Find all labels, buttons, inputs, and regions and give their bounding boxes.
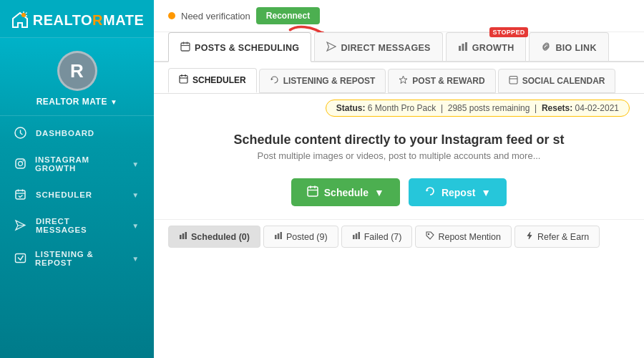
stopped-badge: Stopped [489, 27, 529, 37]
svg-rect-25 [465, 42, 467, 51]
social-calendar-icon [509, 75, 518, 87]
lightning-icon [525, 231, 534, 242]
chevron-right-icon2: ▼ [132, 191, 140, 199]
calendar-sub-icon [179, 74, 188, 86]
user-name-button[interactable]: REALTOR MATE ▼ [36, 97, 118, 107]
svg-rect-45 [353, 235, 355, 239]
main-content: Need verification Reconnect POSTS & SCHE… [154, 0, 644, 358]
svg-rect-46 [355, 233, 357, 239]
hero-subtitle: Post multiple images or videos, post to … [168, 150, 630, 161]
logo-icon [10, 10, 30, 30]
sub-tabs: SCHEDULER LISTENING & REPOST POST & REWA… [154, 68, 644, 94]
sidebar-item-scheduler[interactable]: SCHEDULER ▼ [0, 180, 154, 209]
status-label: Status: [336, 103, 366, 113]
chevron-down-icon: ▼ [110, 98, 117, 106]
paper-plane-icon-tab [326, 42, 336, 54]
svg-marker-22 [327, 42, 336, 51]
share-icon [14, 252, 26, 265]
svg-rect-10 [16, 190, 25, 199]
calendar-btn-icon [307, 185, 318, 199]
hero-area: Schedule content directly to your Instag… [154, 120, 644, 168]
svg-point-8 [19, 162, 23, 166]
notif-dot [168, 12, 175, 19]
tab-posts-scheduling-label: POSTS & SCHEDULING [195, 43, 299, 53]
sidebar-label-scheduler: SCHEDULER [36, 190, 92, 199]
link-icon-tab [541, 42, 551, 54]
filter-tab-failed[interactable]: Failed (7) [341, 226, 413, 248]
svg-rect-43 [278, 233, 280, 239]
svg-line-6 [21, 133, 23, 135]
svg-point-48 [428, 233, 429, 235]
status-posts: 2985 posts remaining [448, 103, 530, 113]
instagram-icon [14, 158, 26, 170]
sub-tab-social-calendar[interactable]: SOCIAL CALENDAR [498, 69, 616, 93]
filter-posted-label: Posted (9) [286, 232, 328, 242]
avatar: R [57, 51, 97, 91]
filter-tabs: Scheduled (0) Posted (9) Failed (7) Repo… [154, 219, 644, 253]
svg-rect-16 [16, 254, 26, 263]
chevron-right-icon3: ▼ [132, 222, 140, 230]
refresh-icon [270, 75, 279, 87]
tab-bio-link-label: BIO LINK [555, 43, 596, 53]
schedule-button[interactable]: Schedule ▼ [291, 178, 400, 206]
star-icon [399, 75, 408, 87]
svg-rect-47 [358, 232, 360, 239]
schedule-button-label: Schedule [324, 187, 369, 198]
sub-tab-scheduler[interactable]: SCHEDULER [168, 68, 257, 93]
sidebar-label-direct-messages: DIRECT MESSAGES [36, 217, 123, 234]
tab-posts-scheduling[interactable]: POSTS & SCHEDULING [168, 32, 311, 62]
svg-rect-32 [509, 76, 517, 84]
sidebar-item-direct-messages[interactable]: DIRECT MESSAGES ▼ [0, 209, 154, 242]
sub-tab-post-reward[interactable]: POST & REWARD [388, 69, 495, 93]
logo-text: REALTORMATE [33, 12, 145, 29]
repost-button[interactable]: Repost ▼ [409, 178, 507, 206]
svg-rect-40 [182, 233, 185, 239]
user-area: R REALTOR MATE ▼ [0, 38, 154, 116]
status-pack: 6 Month Pro Pack [368, 103, 436, 113]
clock-icon [14, 127, 27, 140]
filter-refer-earn-label: Refer & Earn [537, 232, 589, 242]
status-resets-label: Resets: [542, 103, 572, 113]
notif-text: Need verification [181, 11, 250, 21]
sidebar-item-instagram-growth[interactable]: INSTAGRAM GROWTH ▼ [0, 147, 154, 180]
calendar-check-icon [14, 188, 27, 201]
sub-tab-social-calendar-label: SOCIAL CALENDAR [522, 76, 605, 86]
filter-tab-scheduled[interactable]: Scheduled (0) [168, 226, 260, 248]
status-resets-date: 04-02-2021 [575, 103, 619, 113]
svg-rect-34 [308, 187, 318, 196]
filter-tab-refer-earn[interactable]: Refer & Earn [514, 226, 600, 248]
tab-growth[interactable]: GROWTH Stopped [446, 32, 527, 61]
filter-failed-label: Failed (7) [364, 232, 402, 242]
filter-tab-posted[interactable]: Posted (9) [263, 226, 338, 248]
repost-dropdown-icon: ▼ [481, 187, 491, 198]
svg-rect-42 [275, 235, 277, 239]
schedule-dropdown-icon: ▼ [374, 187, 384, 198]
svg-marker-38 [426, 190, 429, 192]
svg-rect-18 [181, 43, 190, 51]
sidebar-item-listening-repost[interactable]: LISTENING & REPOST ▼ [0, 242, 154, 275]
sidebar-label-dashboard: DASHBOARD [36, 129, 94, 137]
svg-point-9 [23, 160, 24, 162]
tag-icon [426, 231, 434, 242]
sub-tab-listening-repost[interactable]: LISTENING & REPOST [259, 69, 386, 93]
svg-rect-39 [180, 235, 182, 239]
svg-rect-44 [280, 232, 282, 239]
svg-rect-41 [185, 232, 187, 239]
nav-menu: DASHBOARD INSTAGRAM GROWTH ▼ SCHEDULER ▼… [0, 116, 154, 275]
notif-bar: Need verification Reconnect [154, 0, 644, 32]
logo-r-highlight: R [92, 12, 103, 28]
tab-direct-messages-label: DIRECT MESSAGES [341, 43, 430, 53]
sub-tab-scheduler-label: SCHEDULER [192, 75, 246, 85]
tab-direct-messages[interactable]: DIRECT MESSAGES [314, 32, 442, 61]
filter-tab-repost-mention[interactable]: Repost Mention [415, 226, 512, 248]
tab-bio-link[interactable]: BIO LINK [529, 32, 608, 61]
sub-tab-post-reward-label: POST & REWARD [412, 76, 484, 86]
filter-repost-mention-label: Repost Mention [438, 232, 501, 242]
recycle-icon [424, 185, 436, 199]
bar-chart-icon-tab [458, 42, 468, 54]
svg-marker-49 [527, 232, 532, 239]
sidebar-item-dashboard[interactable]: DASHBOARD [0, 119, 154, 147]
status-bar: Status: 6 Month Pro Pack | 2985 posts re… [154, 94, 644, 120]
bar-chart-posted-icon [274, 231, 283, 242]
svg-line-2 [26, 13, 27, 14]
